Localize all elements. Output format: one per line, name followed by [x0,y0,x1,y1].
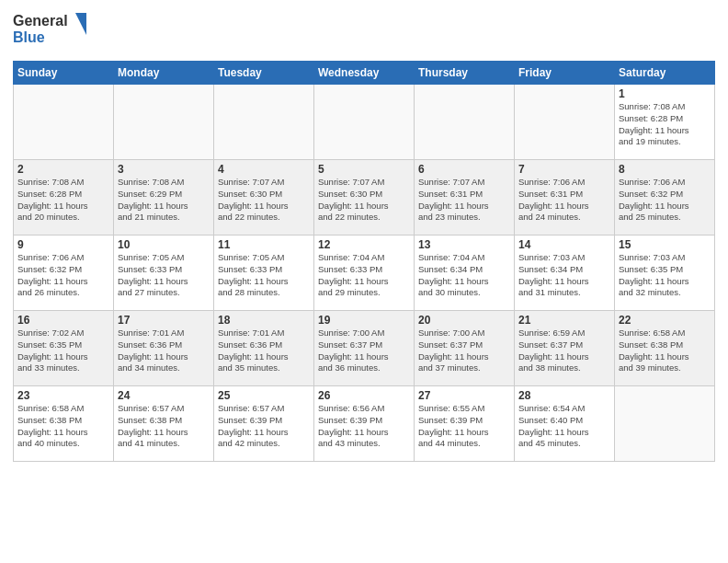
day-number: 17 [118,314,210,327]
day-info: Sunrise: 7:00 AM Sunset: 6:37 PM Dayligh… [318,327,410,374]
day-info: Sunrise: 6:59 AM Sunset: 6:37 PM Dayligh… [518,327,610,374]
day-info: Sunrise: 7:06 AM Sunset: 6:32 PM Dayligh… [619,177,711,224]
day-number: 20 [418,314,510,327]
weekday-header-saturday: Saturday [615,62,715,85]
calendar-cell: 2Sunrise: 7:08 AM Sunset: 6:28 PM Daylig… [14,160,114,236]
weekday-header-row: SundayMondayTuesdayWednesdayThursdayFrid… [14,62,715,85]
weekday-header-tuesday: Tuesday [214,62,314,85]
svg-marker-0 [75,13,86,35]
header: General Blue [13,9,715,53]
day-info: Sunrise: 6:54 AM Sunset: 6:40 PM Dayligh… [518,403,610,450]
day-number: 19 [318,314,410,327]
day-number: 1 [619,87,711,100]
day-number: 26 [318,389,410,402]
day-number: 13 [418,238,510,251]
day-number: 24 [118,389,210,402]
day-info: Sunrise: 7:05 AM Sunset: 6:33 PM Dayligh… [218,252,310,299]
day-number: 8 [619,163,711,176]
day-info: Sunrise: 7:03 AM Sunset: 6:34 PM Dayligh… [518,252,610,299]
weekday-header-sunday: Sunday [14,62,114,85]
day-info: Sunrise: 7:07 AM Sunset: 6:30 PM Dayligh… [218,177,310,224]
calendar-cell: 23Sunrise: 6:58 AM Sunset: 6:38 PM Dayli… [14,386,114,462]
day-number: 22 [619,314,711,327]
calendar-cell: 22Sunrise: 6:58 AM Sunset: 6:38 PM Dayli… [615,311,715,386]
day-info: Sunrise: 7:04 AM Sunset: 6:33 PM Dayligh… [318,252,410,299]
day-info: Sunrise: 7:04 AM Sunset: 6:34 PM Dayligh… [418,252,510,299]
day-number: 25 [218,389,310,402]
day-number: 11 [218,238,310,251]
calendar-week-row: 9Sunrise: 7:06 AM Sunset: 6:32 PM Daylig… [14,236,715,311]
day-number: 2 [17,163,109,176]
calendar-cell [314,85,415,160]
day-number: 10 [118,238,210,251]
calendar-cell: 24Sunrise: 6:57 AM Sunset: 6:38 PM Dayli… [114,386,214,462]
day-number: 21 [518,314,610,327]
page: General Blue SundayMondayTuesdayWednesda… [0,0,728,563]
day-number: 14 [518,238,610,251]
calendar-cell: 21Sunrise: 6:59 AM Sunset: 6:37 PM Dayli… [515,311,615,386]
calendar-cell: 11Sunrise: 7:05 AM Sunset: 6:33 PM Dayli… [214,236,314,311]
calendar-cell: 17Sunrise: 7:01 AM Sunset: 6:36 PM Dayli… [114,311,214,386]
calendar-cell [114,85,214,160]
calendar-cell: 7Sunrise: 7:06 AM Sunset: 6:31 PM Daylig… [515,160,615,236]
weekday-header-monday: Monday [114,62,214,85]
day-number: 15 [619,238,711,251]
calendar-week-row: 23Sunrise: 6:58 AM Sunset: 6:38 PM Dayli… [14,386,715,462]
calendar-table: SundayMondayTuesdayWednesdayThursdayFrid… [13,61,715,462]
day-info: Sunrise: 7:08 AM Sunset: 6:28 PM Dayligh… [17,177,109,224]
calendar-week-row: 16Sunrise: 7:02 AM Sunset: 6:35 PM Dayli… [14,311,715,386]
day-info: Sunrise: 6:55 AM Sunset: 6:39 PM Dayligh… [418,403,510,450]
calendar-cell [415,85,515,160]
day-info: Sunrise: 7:07 AM Sunset: 6:31 PM Dayligh… [418,177,510,224]
day-info: Sunrise: 7:06 AM Sunset: 6:31 PM Dayligh… [518,177,610,224]
day-number: 4 [218,163,310,176]
calendar-cell: 28Sunrise: 6:54 AM Sunset: 6:40 PM Dayli… [515,386,615,462]
day-number: 23 [17,389,109,402]
weekday-header-wednesday: Wednesday [314,62,415,85]
calendar-cell: 13Sunrise: 7:04 AM Sunset: 6:34 PM Dayli… [415,236,515,311]
calendar-cell: 1Sunrise: 7:08 AM Sunset: 6:28 PM Daylig… [615,85,715,160]
weekday-header-thursday: Thursday [415,62,515,85]
day-info: Sunrise: 7:05 AM Sunset: 6:33 PM Dayligh… [118,252,210,299]
calendar-cell [515,85,615,160]
day-info: Sunrise: 6:57 AM Sunset: 6:38 PM Dayligh… [118,403,210,450]
day-info: Sunrise: 6:58 AM Sunset: 6:38 PM Dayligh… [619,327,711,374]
calendar-cell [14,85,114,160]
calendar-cell: 10Sunrise: 7:05 AM Sunset: 6:33 PM Dayli… [114,236,214,311]
svg-text:General: General [13,13,68,29]
logo-svg: General Blue [13,9,96,50]
day-number: 16 [17,314,109,327]
day-number: 27 [418,389,510,402]
calendar-cell: 5Sunrise: 7:07 AM Sunset: 6:30 PM Daylig… [314,160,415,236]
calendar-week-row: 2Sunrise: 7:08 AM Sunset: 6:28 PM Daylig… [14,160,715,236]
day-info: Sunrise: 7:07 AM Sunset: 6:30 PM Dayligh… [318,177,410,224]
day-number: 18 [218,314,310,327]
day-info: Sunrise: 6:57 AM Sunset: 6:39 PM Dayligh… [218,403,310,450]
day-info: Sunrise: 7:06 AM Sunset: 6:32 PM Dayligh… [17,252,109,299]
calendar-cell [615,386,715,462]
calendar-cell: 8Sunrise: 7:06 AM Sunset: 6:32 PM Daylig… [615,160,715,236]
calendar-cell: 25Sunrise: 6:57 AM Sunset: 6:39 PM Dayli… [214,386,314,462]
logo: General Blue [13,9,96,53]
calendar-cell: 12Sunrise: 7:04 AM Sunset: 6:33 PM Dayli… [314,236,415,311]
day-number: 6 [418,163,510,176]
day-info: Sunrise: 7:01 AM Sunset: 6:36 PM Dayligh… [218,327,310,374]
calendar-cell: 27Sunrise: 6:55 AM Sunset: 6:39 PM Dayli… [415,386,515,462]
day-info: Sunrise: 7:02 AM Sunset: 6:35 PM Dayligh… [17,327,109,374]
weekday-header-friday: Friday [515,62,615,85]
day-info: Sunrise: 7:01 AM Sunset: 6:36 PM Dayligh… [118,327,210,374]
calendar-week-row: 1Sunrise: 7:08 AM Sunset: 6:28 PM Daylig… [14,85,715,160]
svg-text:Blue: Blue [13,29,45,45]
day-info: Sunrise: 7:03 AM Sunset: 6:35 PM Dayligh… [619,252,711,299]
calendar-cell: 15Sunrise: 7:03 AM Sunset: 6:35 PM Dayli… [615,236,715,311]
calendar-cell [214,85,314,160]
day-info: Sunrise: 6:58 AM Sunset: 6:38 PM Dayligh… [17,403,109,450]
calendar-cell: 26Sunrise: 6:56 AM Sunset: 6:39 PM Dayli… [314,386,415,462]
logo-text-block: General Blue [13,9,96,53]
calendar-cell: 9Sunrise: 7:06 AM Sunset: 6:32 PM Daylig… [14,236,114,311]
day-number: 7 [518,163,610,176]
calendar-cell: 4Sunrise: 7:07 AM Sunset: 6:30 PM Daylig… [214,160,314,236]
day-number: 3 [118,163,210,176]
day-info: Sunrise: 7:08 AM Sunset: 6:28 PM Dayligh… [619,101,711,148]
calendar-cell: 3Sunrise: 7:08 AM Sunset: 6:29 PM Daylig… [114,160,214,236]
